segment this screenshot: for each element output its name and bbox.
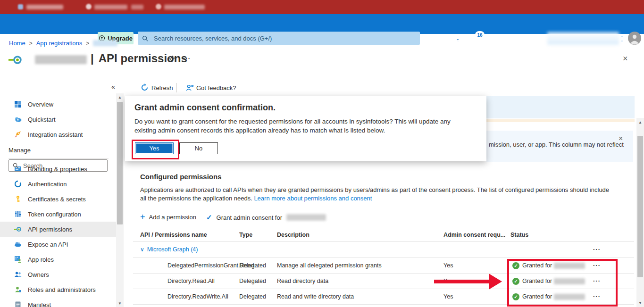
- sidebar-item-manifest[interactable]: Manifest: [0, 297, 116, 307]
- hidden-banner-warning-sliver: [486, 119, 635, 122]
- sidebar-item-label: Roles and administrators: [28, 286, 96, 293]
- description-text: Applications are authorized to call APIs…: [140, 186, 609, 202]
- cloud-shell-icon[interactable]: [431, 33, 441, 43]
- group-row-more-button[interactable]: ···: [593, 246, 601, 253]
- help-icon[interactable]: ?: [508, 33, 519, 43]
- sidebar-item-label: Owners: [28, 271, 49, 278]
- table-divider: [133, 289, 634, 289]
- status-granted-label: Granted for: [522, 262, 552, 269]
- sidebar-item-owners[interactable]: Owners: [0, 267, 116, 282]
- permission-type: Delegated: [239, 262, 266, 269]
- sidebar-item-token-configuration[interactable]: Token configuration: [0, 207, 116, 222]
- group-row-microsoft-graph[interactable]: ∨ Microsoft Graph (4): [140, 246, 198, 253]
- breadcrumb-app-registrations-link[interactable]: App registrations: [36, 40, 83, 47]
- browser-tab-bar: [0, 0, 644, 14]
- azure-top-bar: Microsoft Azure Upgrade 16 ?: [0, 14, 644, 34]
- granted-check-icon: ✓: [512, 278, 519, 285]
- row-more-button[interactable]: ···: [593, 262, 601, 269]
- plus-icon: +: [140, 213, 145, 221]
- refresh-button[interactable]: Refresh: [151, 84, 173, 91]
- scroll-down-icon[interactable]: ▼: [636, 301, 644, 305]
- status-tenant-redacted: [554, 278, 585, 284]
- scroll-up-icon[interactable]: ▲: [636, 120, 644, 124]
- permission-description: Read and write directory data: [277, 293, 354, 300]
- permission-name-link[interactable]: Directory.Read.All: [167, 278, 215, 284]
- feedback-icon[interactable]: [526, 33, 536, 43]
- row-more-button[interactable]: ···: [593, 277, 601, 284]
- sidebar-item-label: App roles: [28, 256, 54, 263]
- grant-admin-consent-label: Grant admin consent for: [217, 214, 282, 221]
- check-icon: ✓: [206, 213, 212, 222]
- sidebar-item-app-roles[interactable]: App roles: [0, 252, 116, 267]
- browser-tab[interactable]: [26, 5, 63, 9]
- status-granted-label: Granted for: [522, 293, 552, 300]
- col-header-type[interactable]: Type: [239, 232, 252, 238]
- app-name-redacted: [35, 55, 87, 64]
- account-name-redacted[interactable]: [547, 32, 619, 45]
- sidebar-search-icon: [12, 162, 19, 169]
- col-header-status[interactable]: Status: [510, 232, 528, 238]
- sidebar-item-roles-administrators[interactable]: Roles and administrators: [0, 282, 116, 297]
- sidebar-item-label: Manifest: [28, 301, 51, 307]
- roles-administrators-icon: [14, 286, 22, 293]
- notification-badge: 16: [475, 31, 485, 39]
- settings-gear-icon[interactable]: [489, 33, 500, 43]
- sidebar-item-expose-an-api[interactable]: Expose an API: [0, 237, 116, 252]
- sidebar-item-label: Certificates & secrets: [28, 196, 86, 203]
- learn-more-link[interactable]: Learn more about permissions and consent: [254, 195, 372, 202]
- table-divider: [133, 257, 634, 258]
- row-more-button[interactable]: ···: [593, 293, 601, 300]
- directory-filter-icon[interactable]: [451, 33, 461, 43]
- admin-consent-required: Yes: [443, 293, 453, 300]
- title-more-button[interactable]: ···: [183, 55, 191, 62]
- sidebar-scrollbar[interactable]: ▲ ▼: [116, 93, 124, 307]
- sidebar-item-integration-assistant[interactable]: Integration assistant: [0, 127, 116, 142]
- browser-tab[interactable]: [94, 5, 127, 9]
- microsoft-graph-link[interactable]: Microsoft Graph (4): [147, 246, 198, 253]
- sidebar-item-label: Quickstart: [28, 116, 56, 123]
- browser-tab[interactable]: [131, 5, 143, 9]
- info-banner-close-icon[interactable]: ×: [619, 134, 623, 143]
- info-banner-text: mission, user, or app. This column may n…: [489, 141, 624, 148]
- add-permission-button[interactable]: + Add a permission: [140, 213, 196, 221]
- sidebar-item-quickstart[interactable]: Quickstart: [0, 112, 116, 127]
- breadcrumb-home-link[interactable]: Home: [9, 40, 25, 47]
- table-divider: [133, 304, 634, 305]
- avatar[interactable]: [628, 32, 641, 45]
- sidebar-item-overview[interactable]: Overview: [0, 97, 116, 112]
- got-feedback-button[interactable]: Got feedback?: [196, 84, 236, 91]
- tenant-name-redacted: [286, 214, 326, 221]
- breadcrumb-separator: >: [86, 40, 89, 47]
- status-tenant-redacted: [554, 263, 585, 269]
- scroll-up-icon[interactable]: ▲: [116, 95, 124, 100]
- permission-name-link[interactable]: Directory.ReadWrite.All: [167, 293, 228, 300]
- granted-check-icon: ✓: [512, 293, 519, 300]
- global-search-input[interactable]: [138, 32, 420, 45]
- sidebar-item-authentication[interactable]: Authentication: [0, 176, 116, 191]
- breadcrumb-current-redacted: [93, 40, 117, 46]
- close-blade-icon[interactable]: ×: [623, 54, 628, 64]
- scroll-down-icon[interactable]: ▼: [116, 301, 124, 306]
- browser-tab[interactable]: [164, 5, 205, 9]
- got-feedback-icon: [185, 83, 194, 92]
- grant-admin-consent-button[interactable]: ✓ Grant admin consent for: [206, 213, 326, 222]
- col-header-api-permissions-name[interactable]: API / Permissions name: [140, 232, 207, 238]
- col-header-admin-consent[interactable]: Admin consent requ...: [443, 232, 505, 238]
- sidebar-collapse-button[interactable]: «: [111, 83, 115, 91]
- pin-icon[interactable]: [168, 55, 176, 63]
- integration-assistant-icon: [14, 131, 22, 138]
- main-scrollbar[interactable]: ▲ ▼: [636, 118, 644, 307]
- sidebar-item-api-permissions[interactable]: API permissions: [0, 222, 116, 237]
- hidden-banner-top: [486, 96, 635, 118]
- granted-check-icon: ✓: [512, 262, 519, 269]
- dialog-yes-button[interactable]: Yes: [135, 142, 174, 154]
- authentication-icon: [14, 180, 22, 188]
- col-header-description[interactable]: Description: [277, 232, 309, 238]
- main-scrollbar-thumb[interactable]: [637, 136, 643, 277]
- account-detail-dash: [621, 36, 623, 37]
- sidebar-item-certificates-secrets[interactable]: Certificates & secrets: [0, 191, 116, 207]
- owners-icon: [14, 271, 22, 278]
- permission-type: Delegated: [239, 293, 266, 300]
- dialog-no-button[interactable]: No: [179, 142, 218, 154]
- sidebar-scrollbar-thumb[interactable]: [117, 102, 123, 224]
